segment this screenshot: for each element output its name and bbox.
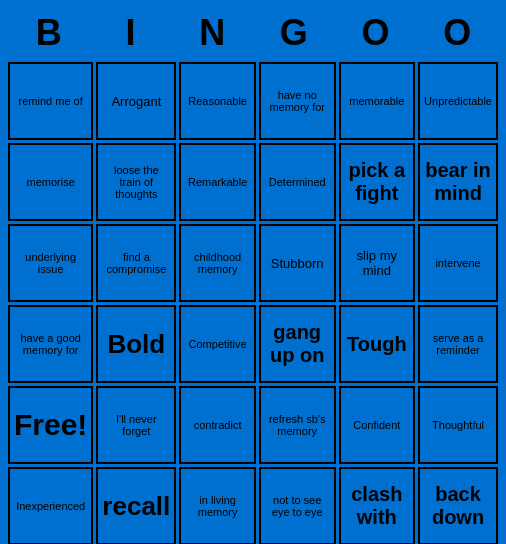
bingo-cell: have a good memory for: [8, 305, 93, 383]
bingo-cell: Remarkable: [179, 143, 256, 221]
bingo-letter: O: [335, 8, 417, 58]
bingo-cell: Determined: [259, 143, 336, 221]
bingo-cell: not to see eye to eye: [259, 467, 336, 544]
bingo-cell: find a compromise: [96, 224, 176, 302]
bingo-cell: back down: [418, 467, 498, 544]
bingo-cell: Arrogant: [96, 62, 176, 140]
bingo-cell: Reasonable: [179, 62, 256, 140]
bingo-cell: remind me of: [8, 62, 93, 140]
bingo-cell: Confident: [339, 386, 416, 464]
bingo-letter: B: [8, 8, 90, 58]
bingo-cell: Tough: [339, 305, 416, 383]
bingo-cell: Thoughtful: [418, 386, 498, 464]
bingo-cell: clash with: [339, 467, 416, 544]
bingo-cell: refresh sb's memory: [259, 386, 336, 464]
bingo-cell: have no memory for: [259, 62, 336, 140]
bingo-cell: underlying issue: [8, 224, 93, 302]
bingo-cell: Inexperienced: [8, 467, 93, 544]
bingo-letter: G: [253, 8, 335, 58]
bingo-cell: memorable: [339, 62, 416, 140]
bingo-cell: I'll never forget: [96, 386, 176, 464]
bingo-cell: Bold: [96, 305, 176, 383]
bingo-cell: serve as a reminder: [418, 305, 498, 383]
bingo-cell: Stubborn: [259, 224, 336, 302]
bingo-cell: contradict: [179, 386, 256, 464]
bingo-cell: childhood memory: [179, 224, 256, 302]
bingo-cell: memorise: [8, 143, 93, 221]
bingo-cell: loose the train of thoughts: [96, 143, 176, 221]
bingo-cell: bear in mind: [418, 143, 498, 221]
bingo-cell: gang up on: [259, 305, 336, 383]
bingo-cell: Free!: [8, 386, 93, 464]
bingo-cell: Competitive: [179, 305, 256, 383]
bingo-card: BINGOO remind me ofArrogantReasonablehav…: [0, 0, 506, 544]
bingo-cell: pick a fight: [339, 143, 416, 221]
bingo-cell: intervene: [418, 224, 498, 302]
bingo-cell: Unpredictable: [418, 62, 498, 140]
bingo-letter: N: [171, 8, 253, 58]
bingo-letter: I: [90, 8, 172, 58]
bingo-cell: slip my mind: [339, 224, 416, 302]
bingo-cell: recall: [96, 467, 176, 544]
bingo-cell: in living memory: [179, 467, 256, 544]
bingo-letter: O: [416, 8, 498, 58]
bingo-header: BINGOO: [8, 8, 498, 58]
bingo-grid: remind me ofArrogantReasonablehave no me…: [8, 62, 498, 544]
